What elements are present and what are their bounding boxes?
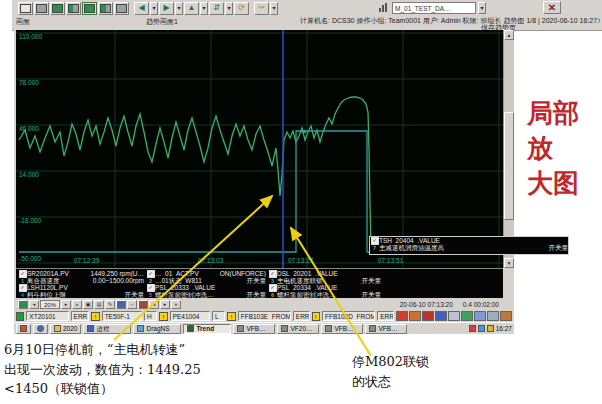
network-button[interactable]: [33, 324, 48, 334]
step-forward-icon[interactable]: ▸: [61, 300, 71, 309]
play-icon[interactable]: [18, 300, 28, 309]
scroll-down-icon[interactable]: ▼: [504, 258, 514, 268]
pan-button[interactable]: ✑: [254, 2, 269, 15]
legend-entry-selected[interactable]: ✓7 TSH_20404_.VALUE 主减速机润滑油温度高开关量: [369, 236, 569, 255]
remove-pen-icon[interactable]: −: [127, 300, 137, 309]
trend-page-title: 趋势画面1: [112, 17, 212, 27]
legend-entry[interactable]: ✓3 DSL_20201_.VALUE 主电机速度联锁开关量: [268, 270, 381, 284]
alarm-tag[interactable]: TE50F-1: [102, 311, 142, 321]
tray-ime-icon[interactable]: [487, 325, 494, 332]
page-jump-button[interactable]: ⇵: [209, 2, 224, 15]
step-back-icon[interactable]: ◂: [29, 300, 39, 309]
operator-guide-icon[interactable]: [435, 311, 447, 321]
screen-combo-dropdown[interactable]: ▾: [478, 2, 486, 14]
add-pen-icon[interactable]: [116, 300, 126, 309]
close-button[interactable]: ✕: [543, 1, 561, 14]
alarm-ack-all-icon[interactable]: [16, 312, 24, 321]
alarm-view-icon[interactable]: [138, 300, 148, 309]
pen-tag: TSH_20404_.VALUE: [379, 237, 440, 244]
trend-button[interactable]: [82, 2, 97, 15]
task-label: VFB…: [378, 324, 397, 333]
start-button[interactable]: [16, 324, 31, 334]
edit-pen-icon[interactable]: ✎: [105, 300, 115, 309]
fast-forward-icon[interactable]: »: [72, 300, 82, 309]
task-window-button[interactable]: DragNS: [133, 324, 181, 334]
cursor-left-icon[interactable]: ◂: [149, 300, 159, 309]
task-window-button[interactable]: VFB…: [365, 324, 407, 334]
trend-plot[interactable]: 110.000 78.000 46.000 14.000 -18.000 -50…: [16, 30, 503, 268]
legend-entry[interactable]: ✓6 PSL_20334_.VALUE 螺杆泵前密封冲洗…开关量: [268, 284, 381, 298]
export-icon[interactable]: ▤: [94, 300, 104, 309]
alarm-summary-icon[interactable]: [422, 311, 434, 321]
alarm-tag[interactable]: FFB103E_FROM…: [238, 311, 291, 321]
monitor-icon[interactable]: [448, 311, 460, 321]
pen-checkbox[interactable]: ✓: [371, 237, 379, 245]
group-button[interactable]: [66, 2, 81, 15]
back-button[interactable]: ◀: [134, 2, 149, 15]
refresh-button[interactable]: ⟳: [234, 2, 249, 15]
overview-button[interactable]: [34, 2, 49, 15]
alarm-tag[interactable]: XT20101: [26, 311, 68, 321]
legend-entry[interactable]: ✓4 LSH1120L.PV 料斗料位上限开关量: [18, 284, 144, 298]
page-up-icon: ▲: [188, 4, 196, 12]
annotation-speed-fluctuation: 6月10日停机前，“主电机转速” 出现一次波动，数值为：1449.25 <145…: [4, 340, 201, 399]
pan-dropdown[interactable]: ▾: [270, 2, 278, 15]
app-icon: [187, 325, 194, 332]
folder-label: 2020: [63, 324, 77, 333]
alarm-bell-icon[interactable]: [396, 311, 408, 321]
report-icon[interactable]: [474, 311, 486, 321]
page-up-dropdown[interactable]: ▾: [200, 2, 208, 15]
pen-checkbox[interactable]: ✓: [147, 270, 155, 278]
expand-icon[interactable]: »: [171, 300, 181, 309]
detail-button[interactable]: [98, 2, 113, 15]
pen-checkbox[interactable]: ✓: [269, 284, 277, 292]
scrollbar-thumb[interactable]: [504, 112, 514, 220]
alarm-severity-icon: !: [91, 312, 99, 321]
alarm-tag[interactable]: PE41004: [170, 311, 210, 321]
vertical-scrollbar[interactable]: ▲ ▼: [503, 30, 514, 268]
pen-desc: 主电机速度联锁: [277, 277, 323, 284]
pen-tag: PSL_20334_.VALUE: [277, 284, 337, 291]
pen-checkbox[interactable]: ✓: [19, 270, 27, 278]
tray-network-icon[interactable]: [478, 325, 485, 332]
folder-button[interactable]: 2020: [50, 324, 81, 334]
screen-combo-input[interactable]: M_01_TEST_DA…: [392, 2, 476, 14]
split-screen-button[interactable]: [114, 2, 129, 15]
legend-entry[interactable]: ✓5 PSL_20333_.VALUE 螺杆泵前密封冲洗…开关量: [146, 284, 266, 298]
y-axis-label: 78.000: [19, 80, 39, 87]
task-window-button[interactable]: VFB…: [233, 324, 275, 334]
pen-checkbox[interactable]: ✓: [269, 270, 277, 278]
forward-button[interactable]: ▶: [159, 2, 174, 15]
pen-checkbox[interactable]: ✓: [19, 284, 27, 292]
forward-icon: ▶: [163, 4, 169, 12]
scroll-up-icon[interactable]: ▲: [504, 30, 514, 40]
task-window-button-active[interactable]: Trend: [183, 324, 231, 334]
time-zoom-level[interactable]: 20%: [40, 300, 60, 309]
cursor-right-icon[interactable]: ▸: [160, 300, 170, 309]
alarm-severity-icon: !: [312, 312, 320, 321]
legend-entry[interactable]: ✓1 SR20201A.PV1449.250 rpm(U… 离合器速度0.00~…: [18, 270, 144, 284]
trend-small-icon[interactable]: [461, 311, 473, 321]
network-status-icon[interactable]: [487, 311, 499, 321]
task-window-button[interactable]: VFB…: [321, 324, 363, 334]
forward-dropdown[interactable]: ▾: [175, 2, 183, 15]
page-jump-dropdown[interactable]: ▾: [225, 2, 233, 15]
back-dropdown[interactable]: ▾: [150, 2, 158, 15]
page-up-button[interactable]: ▲: [184, 2, 199, 15]
grid-lines: [16, 30, 503, 268]
home-button[interactable]: [18, 2, 33, 15]
pen-value: ON(UNFORCE): [220, 270, 266, 277]
graphic-screen-icon: [52, 4, 63, 13]
legend-entry[interactable]: ✓2 …_01_ACT.PVON(UNFORCE) …01状态_W811开关量: [146, 270, 266, 284]
task-window-button[interactable]: VF20…: [277, 324, 319, 334]
tray-alarm-icon[interactable]: [469, 325, 476, 332]
pen-checkbox[interactable]: ✓: [147, 284, 155, 292]
snapshot-icon[interactable]: ▣: [83, 300, 93, 309]
alarm-tag[interactable]: FFB103D_FROM…: [322, 311, 375, 321]
pen-desc: 离合器速度: [27, 277, 60, 284]
graphic-button[interactable]: [50, 2, 65, 15]
app-icon: [137, 325, 144, 332]
task-window-button[interactable]: 进程: [83, 324, 131, 334]
alarm-ack-icon[interactable]: [409, 311, 421, 321]
settings-icon[interactable]: [500, 311, 512, 321]
